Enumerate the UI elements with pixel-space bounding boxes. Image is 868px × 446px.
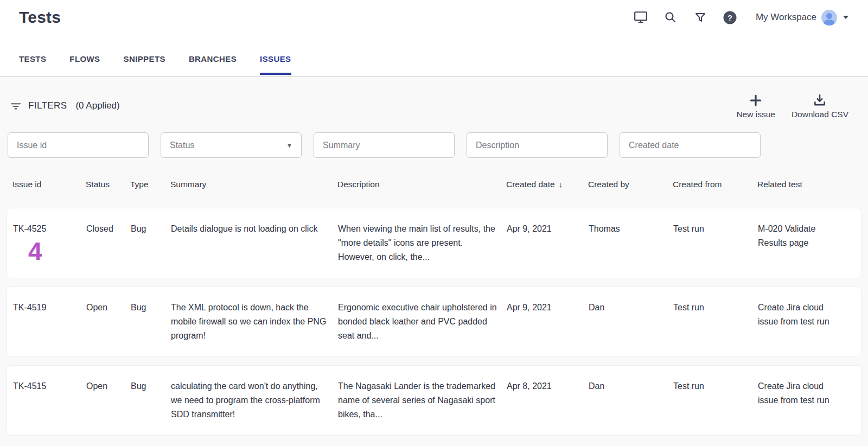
filter-inputs-row: Status ▼ [0,119,868,158]
download-csv-button[interactable]: Download CSV [792,93,848,119]
created-date-filter-input[interactable] [620,132,761,158]
topbar: Tests ? [0,0,868,77]
related-test-cell: M-020 Validate Results page [758,222,841,264]
column-header-summary[interactable]: Summary [170,180,337,189]
issue-id-cell: TK-4519 [13,301,86,343]
status-filter-select[interactable]: Status ▼ [161,132,302,158]
column-header-type[interactable]: Type [130,180,170,189]
filter-lines-icon [10,100,22,112]
created-by-cell: Dan [589,379,673,422]
monitor-icon[interactable] [633,10,648,25]
page-title: Tests [19,8,61,27]
table-row[interactable]: TK-4519 Open Bug The XML protocol is dow… [7,286,861,357]
description-cell: The Nagasaki Lander is the trademarked n… [338,379,507,422]
issue-id-cell: TK-4515 [13,379,86,422]
annotation-marker: 4 [28,238,79,264]
summary-cell: The XML protocol is down, hack the mobil… [171,301,338,343]
download-csv-label: Download CSV [792,110,848,119]
tab-flows[interactable]: FLOWS [69,54,100,75]
status-cell: Open [86,379,131,422]
type-cell: Bug [131,222,171,264]
column-header-related-test[interactable]: Related test [757,180,842,189]
created-date-cell: Apr 8, 2021 [507,379,589,422]
column-header-issue-id[interactable]: Issue id [12,180,86,189]
plus-icon [749,93,763,107]
new-issue-label: New issue [736,110,775,119]
tab-issues[interactable]: ISSUES [260,54,291,75]
tab-bar: TESTS FLOWS SNIPPETS BRANCHES ISSUES [19,54,848,75]
column-header-status[interactable]: Status [86,180,130,189]
tab-branches[interactable]: BRANCHES [189,54,237,75]
new-issue-button[interactable]: New issue [736,93,775,119]
table-row[interactable]: TK-4525 4 Closed Bug Details dialogue is… [7,208,861,278]
issues-list: TK-4525 4 Closed Bug Details dialogue is… [7,208,861,436]
avatar [821,10,837,26]
column-header-created-from[interactable]: Created from [673,180,757,189]
search-icon[interactable] [663,10,678,25]
filters-applied-count: (0 Applied) [75,100,119,111]
table-header: Issue id Status Type Summary Description… [7,180,861,189]
issue-id-filter-input[interactable] [8,132,149,158]
status-cell: Closed [86,222,131,264]
workspace-menu[interactable]: My Workspace [756,10,848,26]
created-from-cell: Test run [673,222,758,264]
description-cell: Ergonomic executive chair upholstered in… [338,301,507,343]
created-by-cell: Thomas [589,222,673,264]
summary-cell: Details dialogue is not loading on click [171,222,338,264]
status-select-label: Status [170,141,194,150]
related-test-cell: Create Jira cloud issue from test run [758,301,841,343]
summary-cell: calculating the card won't do anything, … [171,379,338,422]
table-row[interactable]: TK-4515 Open Bug calculating the card wo… [7,365,861,436]
related-test-cell: Create Jira cloud issue from test run [758,379,841,422]
created-date-cell: Apr 9, 2021 [507,222,589,264]
created-by-cell: Dan [589,301,673,343]
filters-toggle[interactable]: FILTERS (0 Applied) [10,100,120,112]
download-icon [813,93,827,107]
created-from-cell: Test run [673,301,758,343]
type-cell: Bug [131,379,171,422]
issue-id-cell: TK-4525 4 [13,222,86,264]
svg-text:?: ? [728,13,733,22]
column-header-description[interactable]: Description [337,180,506,189]
filters-bar: FILTERS (0 Applied) New issue Download C… [0,77,868,119]
workspace-label: My Workspace [756,12,816,23]
description-cell: When viewing the main list of results, t… [338,222,507,264]
type-cell: Bug [131,301,171,343]
tab-snippets[interactable]: SNIPPETS [124,54,165,75]
description-filter-input[interactable] [467,132,608,158]
tab-tests[interactable]: TESTS [19,54,46,75]
select-caret-icon: ▼ [286,142,292,149]
created-from-cell: Test run [673,379,758,422]
filter-funnel-icon[interactable] [693,10,708,25]
sort-desc-icon: ↓ [559,180,563,189]
summary-filter-input[interactable] [314,132,455,158]
help-icon[interactable]: ? [723,10,738,25]
caret-down-icon [843,16,848,19]
status-cell: Open [86,301,131,343]
column-header-created-by[interactable]: Created by [588,180,673,189]
column-header-created-date[interactable]: Created date ↓ [506,180,588,189]
created-date-cell: Apr 9, 2021 [507,301,589,343]
filters-label: FILTERS [28,100,67,111]
